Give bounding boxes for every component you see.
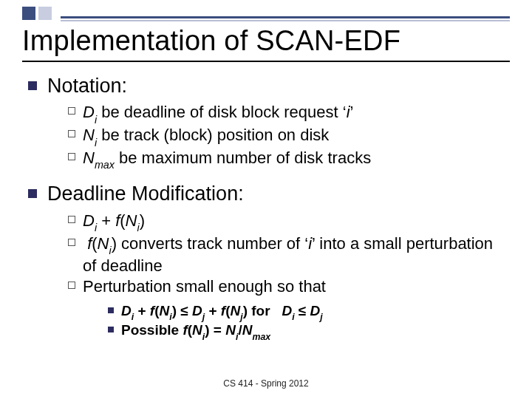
bullet-text: Notation: [47, 74, 127, 98]
subbullet-di: Di be deadline of disk block request ‘i’ [68, 102, 510, 125]
bullet-deadline-mod: Deadline Modification: [28, 182, 510, 205]
subbullet-convert: f(Ni) converts track number of ‘i’ into … [68, 233, 510, 277]
open-square-bullet-icon [68, 107, 75, 115]
subsub-text: Di + f(Ni) ≤ Dj + f(Nj) for Di ≤ Dj [121, 302, 323, 322]
subbullet-text: Ni be track (block) position on disk [83, 125, 329, 148]
title-underline [22, 61, 510, 62]
subsub-inequality: Di + f(Ni) ≤ Dj + f(Nj) for Di ≤ Dj [108, 302, 510, 322]
slide-footer: CS 414 - Spring 2012 [0, 378, 532, 389]
open-square-bullet-icon [68, 239, 75, 246]
slide-content: Notation: Di be deadline of disk block r… [28, 74, 510, 341]
square-bullet-icon [28, 189, 37, 198]
accent-bar [0, 6, 532, 21]
subbullet-nmax: Nmax be maximum number of disk tracks [68, 148, 510, 171]
slide-title: Implementation of SCAN-EDF [22, 25, 510, 57]
square-bullet-icon [28, 81, 37, 90]
open-square-bullet-icon [68, 216, 75, 223]
bullet-text: Deadline Modification: [47, 182, 244, 205]
accent-square-dark [22, 7, 35, 20]
subbullet-ni: Ni be track (block) position on disk [68, 125, 510, 148]
subbullet-text: Nmax be maximum number of disk tracks [83, 148, 371, 171]
open-square-bullet-icon [68, 153, 75, 160]
accent-square-light [38, 7, 52, 20]
accent-line-thin [61, 20, 510, 21]
subsub-possible: Possible f(Ni) = Ni/Nmax [108, 321, 510, 341]
subbullet-formula: Di + f(Ni) [68, 211, 510, 233]
accent-line-thick [61, 16, 510, 18]
subbullet-text: Di be deadline of disk block request ‘i’ [83, 102, 353, 125]
square-bullet-small-icon [108, 327, 114, 332]
subbullet-text: Perturbation small enough so that [83, 276, 326, 297]
open-square-bullet-icon [68, 282, 75, 289]
subbullet-text: f(Ni) converts track number of ‘i’ into … [83, 233, 510, 277]
open-square-bullet-icon [68, 130, 75, 137]
bullet-notation: Notation: [28, 74, 510, 98]
subbullet-text: Di + f(Ni) [83, 211, 145, 233]
square-bullet-small-icon [108, 307, 114, 313]
subsub-text: Possible f(Ni) = Ni/Nmax [121, 321, 270, 341]
subbullet-perturb: Perturbation small enough so that [68, 276, 510, 297]
